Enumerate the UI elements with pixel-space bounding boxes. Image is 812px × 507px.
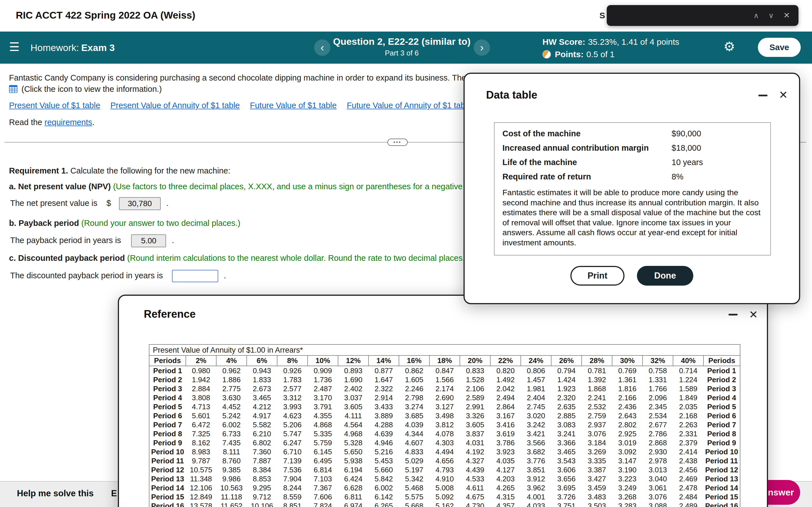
pv-annuity-row: Period 76.4726.0025.5825.2064.8684.5644.… xyxy=(149,420,740,429)
pv-annuity-table: Periods2%4%6%8%10%12%14%16%18%20%22%24%2… xyxy=(149,356,740,507)
question-part: Part 3 of 6 xyxy=(330,49,474,57)
factor-cell: 1.457 xyxy=(521,375,551,384)
factor-cell: 2.456 xyxy=(673,465,703,474)
factor-cell: 3.387 xyxy=(581,465,612,474)
factor-cell: 10.563 xyxy=(216,483,247,492)
menu-icon[interactable]: ☰ xyxy=(9,40,20,54)
pv-annuity-table-wrap: Present Value of Annuity of $1.00 in Arr… xyxy=(149,344,741,507)
minimize-icon[interactable] xyxy=(758,95,767,96)
factor-cell: 2.478 xyxy=(673,483,703,492)
npv-input[interactable] xyxy=(119,197,161,210)
factor-cell: 1.849 xyxy=(673,393,703,402)
factor-cell: 5.335 xyxy=(308,429,338,438)
print-button[interactable]: Print xyxy=(570,266,624,286)
factor-cell: 4.946 xyxy=(368,438,399,447)
factor-cell: 2.494 xyxy=(490,393,521,402)
close-icon[interactable]: ✕ xyxy=(783,11,790,19)
prev-question-button[interactable]: ‹ xyxy=(314,40,331,56)
done-button[interactable]: Done xyxy=(637,266,693,286)
data-table-icon[interactable] xyxy=(9,85,17,93)
factor-cell: 6.802 xyxy=(247,438,277,447)
table-link[interactable]: Present Value of $1 table xyxy=(9,101,100,110)
assignment-name: Exam 3 xyxy=(81,42,115,53)
rate-header: 32% xyxy=(643,356,673,366)
factor-cell: 3.726 xyxy=(551,492,581,501)
payback-input[interactable] xyxy=(131,234,166,247)
factor-cell: 0.980 xyxy=(186,366,216,375)
period-cell: Period 14 xyxy=(703,483,740,492)
info-value: 8% xyxy=(672,172,762,181)
table-link[interactable]: Present Value of Annuity of $1 table xyxy=(110,101,240,110)
table-links: Present Value of $1 tablePresent Value o… xyxy=(9,101,472,110)
rate-header: 16% xyxy=(399,356,429,366)
factor-cell: 3.092 xyxy=(612,447,643,456)
factor-cell: 5.575 xyxy=(399,492,429,501)
pv-annuity-row: Period 119.7878.7607.8877.1396.4955.9385… xyxy=(149,456,740,465)
factor-cell: 3.269 xyxy=(581,447,612,456)
hw-score-value: 35.23%, 1.41 of 4 points xyxy=(588,37,679,47)
read-prefix: Read the xyxy=(9,118,45,127)
factor-cell: 4.031 xyxy=(460,438,490,447)
factor-cell: 2.991 xyxy=(460,402,490,411)
info-label: Required rate of return xyxy=(502,172,672,181)
factor-cell: 4.533 xyxy=(460,474,490,483)
factor-cell: 8.851 xyxy=(277,501,308,507)
rate-header: 12% xyxy=(338,356,368,366)
close-icon[interactable]: ✕ xyxy=(749,309,758,320)
chevron-down-icon[interactable]: ∨ xyxy=(769,12,774,19)
factor-cell: 2.864 xyxy=(490,402,521,411)
requirements-link[interactable]: requirements xyxy=(45,118,92,127)
next-question-button[interactable]: › xyxy=(474,40,490,56)
chevron-up-icon[interactable]: ∧ xyxy=(753,12,759,19)
save-button[interactable]: Save xyxy=(758,38,801,57)
period-cell: Period 7 xyxy=(149,420,186,429)
period-cell: Period 9 xyxy=(149,438,186,447)
factor-cell: 9.986 xyxy=(216,474,247,483)
help-me-solve-button[interactable]: Help me solve this xyxy=(17,489,94,499)
period-cell: Period 13 xyxy=(703,474,740,483)
factor-cell: 2.884 xyxy=(186,384,216,393)
close-icon[interactable]: ✕ xyxy=(779,90,788,100)
period-cell: Period 15 xyxy=(149,492,186,501)
factor-cell: 7.435 xyxy=(216,438,247,447)
factor-cell: 5.601 xyxy=(186,411,216,420)
factor-cell: 6.814 xyxy=(308,465,338,474)
factor-cell: 3.127 xyxy=(429,402,460,411)
factor-cell: 1.589 xyxy=(673,384,703,393)
periods-header: Periods xyxy=(149,356,186,366)
minimize-icon[interactable] xyxy=(728,314,738,316)
part-a-heading: a. Net present value (NPV) (Use factors … xyxy=(9,182,523,191)
period-cell: Period 14 xyxy=(149,483,186,492)
part-c-note: (Round interim calculations to the neare… xyxy=(127,253,491,263)
rate-header: 4% xyxy=(216,356,247,366)
factor-cell: 2.166 xyxy=(612,393,643,402)
factor-cell: 10.106 xyxy=(247,501,277,507)
factor-cell: 4.192 xyxy=(460,447,490,456)
factor-cell: 2.320 xyxy=(551,393,581,402)
read-suffix: . xyxy=(92,118,94,127)
period-cell: Period 5 xyxy=(703,402,740,411)
info-icon-row: (Click the icon to view the information.… xyxy=(9,84,162,94)
etext-pages-button[interactable]: E xyxy=(111,489,117,499)
discounted-payback-input[interactable] xyxy=(172,270,218,282)
period-cell: Period 13 xyxy=(149,474,186,483)
factor-cell: 5.092 xyxy=(429,492,460,501)
factor-cell: 8.853 xyxy=(247,474,277,483)
factor-cell: 4.713 xyxy=(186,402,216,411)
requirement-text: Calculate the following for the new mach… xyxy=(68,166,231,175)
factor-cell: 3.837 xyxy=(460,429,490,438)
data-table-dialog-title: Data table xyxy=(486,89,538,101)
factor-cell: 2.775 xyxy=(216,384,247,393)
gear-icon[interactable]: ⚙ xyxy=(723,39,735,54)
expand-divider-button[interactable]: ••• xyxy=(388,138,408,146)
factor-cell: 4.127 xyxy=(490,465,521,474)
table-link[interactable]: Future Value of $1 table xyxy=(250,101,336,110)
factor-cell: 3.167 xyxy=(490,411,521,420)
table-link[interactable]: Future Value of Annuity of $1 table xyxy=(347,101,472,110)
factor-cell: 2.241 xyxy=(581,393,612,402)
factor-cell: 4.675 xyxy=(460,492,490,501)
period-cell: Period 12 xyxy=(703,465,740,474)
factor-cell: 4.212 xyxy=(247,402,277,411)
pv-annuity-row: Period 1412.10610.5639.2958.2447.3676.62… xyxy=(149,483,740,492)
factor-cell: 2.643 xyxy=(612,411,643,420)
